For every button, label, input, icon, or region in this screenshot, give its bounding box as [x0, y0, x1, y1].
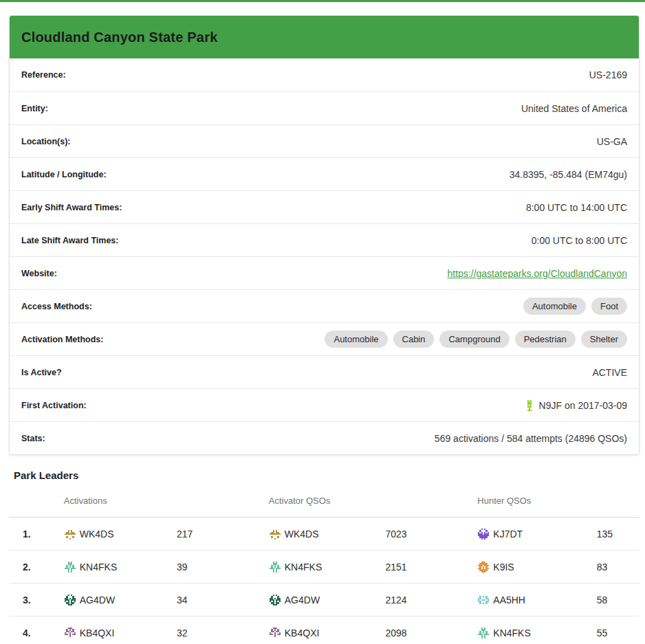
detail-value: https://gastateparks.org/CloudlandCanyon [448, 268, 628, 279]
park-detail-rows: Reference:US-2169Entity:United States of… [10, 58, 639, 454]
leader-callsign-cell: KN4FKS [64, 551, 176, 584]
callsign: WK4DS [80, 529, 114, 540]
callsign: AG4DW [80, 595, 115, 606]
leader-rank: 4. [9, 617, 64, 644]
method-badge: Automobile [325, 331, 387, 348]
leader-count: 32 [176, 617, 269, 644]
detail-row: Early Shift Award Times:8:00 UTC to 14:0… [10, 190, 639, 223]
leader-count: 135 [596, 518, 639, 551]
leader-callsign-cell: KB4QXI [269, 617, 385, 644]
detail-value: 34.8395, -85.484 (EM74gu) [510, 169, 627, 180]
callsign: K9IS [493, 562, 514, 573]
detail-row: Access Methods:AutomobileFoot [10, 289, 639, 322]
detail-label: Stats: [21, 434, 45, 443]
callsign: KN4FKS [493, 628, 530, 639]
detail-row: Entity:United States of America [10, 91, 639, 124]
detail-value: 8:00 UTC to 14:00 UTC [526, 202, 627, 213]
callsign: KN4FKS [285, 562, 322, 573]
avatar-identicon [270, 628, 281, 639]
detail-row: Website:https://gastateparks.org/Cloudla… [10, 256, 639, 289]
avatar-identicon [65, 628, 76, 639]
leader-callsign-cell: WK4DS [269, 518, 385, 551]
leader-callsign-cell: K9IS [477, 551, 595, 584]
detail-value: AutomobileFoot [518, 298, 627, 315]
callsign-wrap: KN4FKS [478, 628, 595, 639]
callsign-wrap: WK4DS [65, 529, 175, 540]
callsign-wrap: KN4FKS [270, 562, 384, 573]
callsign: AA5HH [493, 595, 525, 606]
method-badge: Campground [439, 331, 509, 348]
detail-value: US-2169 [589, 69, 627, 80]
detail-label: Latitude / Longitude: [21, 170, 107, 179]
detail-label: Entity: [21, 104, 48, 113]
detail-label: Early Shift Award Times: [21, 203, 122, 212]
callsign: AG4DW [285, 595, 320, 606]
callsign: KB4QXI [80, 628, 115, 639]
park-leaders-heading: Park Leaders [14, 469, 639, 481]
detail-row: Activation Methods:AutomobileCabinCampgr… [10, 322, 639, 355]
method-badge: Foot [591, 298, 627, 315]
avatar-identicon [478, 595, 489, 606]
leader-row: 3.AG4DW34AG4DW2124AA5HH58 [9, 584, 639, 617]
website-link[interactable]: https://gastateparks.org/CloudlandCanyon [448, 268, 628, 279]
method-badge: Pedestrian [515, 331, 576, 348]
leader-callsign-cell: AG4DW [64, 584, 176, 617]
park-leaders-section: Park Leaders Activations Activator QSOs … [9, 469, 639, 644]
leader-callsign-cell: KB4QXI [64, 617, 176, 644]
detail-value: 0:00 UTC to 8:00 UTC [532, 235, 627, 246]
method-badge: Cabin [393, 331, 435, 348]
detail-value: 569 activations / 584 attempts (24896 QS… [435, 433, 627, 444]
park-card-header: Cloudland Canyon State Park [10, 16, 639, 58]
callsign-wrap: AG4DW [65, 595, 175, 606]
callsign: KB4QXI [285, 628, 320, 639]
detail-label: Is Active? [21, 368, 62, 377]
hunter-count-header [596, 490, 639, 518]
hunter-qsos-column-header: Hunter QSOs [477, 490, 595, 518]
leader-rank: 1. [9, 518, 64, 551]
callsign-wrap: KN4FKS [65, 562, 175, 573]
detail-label: Late Shift Award Times: [21, 236, 118, 245]
rank-column-header [9, 490, 64, 518]
avatar-identicon [270, 562, 281, 573]
detail-row: Late Shift Award Times:0:00 UTC to 8:00 … [10, 223, 639, 256]
detail-value: N9JF on 2017-03-09 [524, 400, 627, 411]
avatar-identicon [270, 529, 281, 540]
detail-label: Location(s): [21, 137, 71, 146]
avatar-identicon [270, 595, 281, 606]
callsign-wrap: KB4QXI [65, 628, 175, 639]
avatar-identicon [65, 529, 76, 540]
leader-row: 2.KN4FKS39KN4FKS2151K9IS83 [9, 551, 639, 584]
first-activation-text: N9JF on 2017-03-09 [539, 400, 627, 411]
activator-qsos-column-header: Activator QSOs [269, 490, 385, 518]
leader-row: 1.WK4DS217WK4DS7023KJ7DT135 [9, 518, 639, 551]
callsign-wrap: AA5HH [478, 595, 595, 606]
callsign-wrap: WK4DS [270, 529, 384, 540]
detail-value: United States of America [521, 103, 627, 114]
callsign: KJ7DT [493, 529, 523, 540]
detail-row: Location(s):US-GA [10, 124, 639, 157]
detail-value: US-GA [597, 136, 627, 147]
detail-label: Website: [21, 269, 57, 278]
detail-row: Stats:569 activations / 584 attempts (24… [10, 421, 639, 454]
leader-count: 2151 [385, 551, 478, 584]
method-badge: Shelter [581, 331, 627, 348]
method-badge: Automobile [523, 298, 586, 315]
park-leaders-table: Activations Activator QSOs Hunter QSOs 1… [9, 490, 639, 644]
avatar-identicon [478, 529, 489, 540]
leader-callsign-cell: AG4DW [269, 584, 385, 617]
activator-count-header [385, 490, 478, 518]
leader-callsign-cell: KN4FKS [269, 551, 385, 584]
avatar-identicon [65, 595, 76, 606]
callsign-wrap: AG4DW [270, 595, 384, 606]
leader-callsign-cell: AA5HH [477, 584, 595, 617]
leader-count: 34 [176, 584, 269, 617]
leader-count: 83 [596, 551, 639, 584]
detail-row: First Activation:N9JF on 2017-03-09 [10, 388, 639, 421]
avatar-identicon [478, 562, 489, 573]
leader-rank: 2. [9, 551, 64, 584]
leader-count: 55 [596, 617, 639, 644]
callsign: KN4FKS [80, 562, 117, 573]
detail-label: Reference: [21, 70, 66, 80]
leader-callsign-cell: KN4FKS [477, 617, 595, 644]
park-title: Cloudland Canyon State Park [21, 30, 217, 45]
